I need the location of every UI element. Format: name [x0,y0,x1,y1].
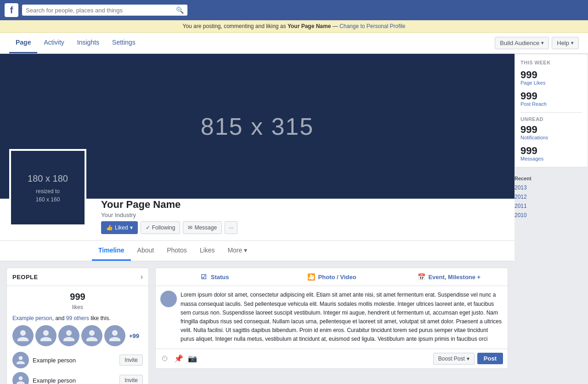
build-audience-button[interactable]: Build Audience [495,37,549,49]
tab-activity[interactable]: Activity [37,33,70,53]
unread-label: UNREAD [520,112,582,122]
photo-icon: 🎦 [307,273,316,281]
friend-link[interactable]: Example person [12,315,52,321]
more-actions-button[interactable]: ··· [225,221,237,234]
profile-info: Your Page Name Your Industry 👍 Liked ▾ ✓… [101,199,505,236]
photo-attach-icon[interactable]: 📷 [188,354,197,363]
page-navigation: Page Activity Insights Settings Build Au… [0,33,588,54]
tab-insights[interactable]: Insights [71,33,106,53]
tab-page[interactable]: Page [9,33,37,53]
timeline-tab-likes[interactable]: Likes [193,241,221,261]
facebook-logo: f [5,3,18,17]
invite-button-1[interactable]: Invite [119,355,143,366]
recent-title: Recent [514,172,588,183]
invite-row-2: Example person Invite [12,372,143,384]
post-body: Lorem ipsum dolor sit amet, consectetur … [156,286,508,348]
avatar-3 [58,325,79,346]
messages-label: Messages [520,156,582,161]
chevron-down-icon [541,40,544,46]
chevron-down-icon-more: ▾ [244,246,247,254]
tab-settings[interactable]: Settings [106,33,142,53]
post-tab-status[interactable]: ☑ Status [156,268,273,286]
profile-actions: 👍 Liked ▾ ✓ Following ✉ Message ··· [101,221,505,234]
others-link[interactable]: 99 others [66,315,89,321]
profile-pic-dimensions: 180 x 180 [28,172,68,185]
message-button[interactable]: ✉ Message [183,221,222,234]
right-sidebar: THIS WEEK 999 Page Likes 999 Post Reach … [514,54,588,384]
post-tab-event[interactable]: 📅 Event, Milestone + [390,268,508,286]
recent-year-2011[interactable]: 2011 [514,201,588,211]
posting-banner: You are posting, commenting and liking a… [0,20,588,33]
avatar-5 [104,325,125,346]
timeline-tab-photos[interactable]: Photos [160,241,193,261]
help-button[interactable]: Help [552,37,579,49]
page-nav-right: Build Audience Help [495,37,579,49]
recent-section: Recent 2013 2012 2011 2010 [514,172,588,220]
page-name-title: Your Page Name [101,199,505,211]
chevron-down-icon-help [571,40,574,46]
status-icon: ☑ [200,273,208,281]
recent-year-2010[interactable]: 2010 [514,211,588,220]
change-profile-link[interactable]: Change to Personal Profile [339,23,405,29]
timeline-tab-about[interactable]: About [131,241,161,261]
invite-name-1: Example person [33,357,116,364]
page-nav-tabs: Page Activity Insights Settings [9,33,495,53]
avatar-2 [35,325,57,346]
check-icon: ✓ [146,224,150,231]
boost-post-button[interactable]: Boost Post ▾ [433,353,475,365]
recent-year-2013[interactable]: 2013 [514,183,588,192]
page-industry-label: Your Industry [101,212,505,218]
post-footer: ⏲ 📌 📷 Boost Post ▾ Post [156,349,508,368]
profile-pic-resize-value: 160 x 160 [36,195,60,204]
avatar-4 [81,325,102,346]
main-layout: 815 x 315 180 x 180 resized to 160 x 160… [0,54,588,384]
profile-picture[interactable]: 180 x 180 resized to 160 x 160 [9,149,86,226]
timeline-tab-timeline[interactable]: Timeline [92,241,131,261]
invite-name-2: Example person [33,377,116,384]
following-button[interactable]: ✓ Following [141,221,181,234]
banner-text-after: — [331,23,339,29]
timeline-tabs: Timeline About Photos Likes More ▾ [0,241,514,261]
this-week-label: THIS WEEK [520,60,582,65]
invite-avatar-2 [12,372,29,384]
people-card-expand[interactable]: › [141,273,143,281]
liked-button[interactable]: 👍 Liked ▾ [101,221,138,234]
post-text-content: Lorem ipsum dolor sit amet, consectetur … [181,291,503,344]
left-sidebar: PEOPLE › 999 likes Example person, and 9… [6,268,149,384]
chevron-down-icon-liked: ▾ [130,224,133,231]
post-type-tabs: ☑ Status 🎦 Photo / Video 📅 Event, Milest… [156,268,508,286]
avatar-1 [12,325,34,346]
stats-widget: THIS WEEK 999 Page Likes 999 Post Reach … [514,54,588,167]
post-author-avatar [160,291,177,307]
people-card: PEOPLE › 999 likes Example person, and 9… [6,268,149,384]
search-bar[interactable]: 🔍 [22,5,187,16]
chevron-down-icon-boost: ▾ [467,355,469,362]
invite-button-2[interactable]: Invite [119,375,143,384]
post-tab-photo[interactable]: 🎦 Photo / Video [273,268,390,286]
location-icon[interactable]: 📌 [174,354,183,363]
post-reach-count: 999 [520,91,582,101]
avatar-more-count: +99 [129,332,139,339]
page-likes-label: Page Likes [520,80,582,86]
cover-dimensions-label: 815 x 315 [201,113,314,140]
search-icon[interactable]: 🔍 [176,6,184,14]
like-text: Example person, and 99 others like this. [12,315,143,321]
recent-year-2012[interactable]: 2012 [514,192,588,201]
search-input[interactable] [26,7,176,14]
notifications-label: Notifications [520,135,582,140]
profile-bar: 180 x 180 resized to 160 x 160 Your Page… [0,199,514,241]
messages-count: 999 [520,146,582,156]
post-submit-button[interactable]: Post [477,353,503,364]
invite-row-1: Example person Invite [12,352,143,368]
likes-label: likes [12,304,143,310]
likes-count: 999 [12,292,143,302]
timeline-tab-more[interactable]: More ▾ [221,241,254,261]
schedule-icon[interactable]: ⏲ [160,354,170,363]
friend-avatars: +99 [12,325,143,346]
people-card-body: 999 likes Example person, and 99 others … [7,286,148,384]
banner-text-before: You are posting, commenting and liking a… [183,23,288,29]
page-likes-count: 999 [520,70,582,80]
banner-page-name: Your Page Name [288,23,331,29]
post-composer: ☑ Status 🎦 Photo / Video 📅 Event, Milest… [155,268,508,368]
top-navigation: f 🔍 [0,0,588,20]
